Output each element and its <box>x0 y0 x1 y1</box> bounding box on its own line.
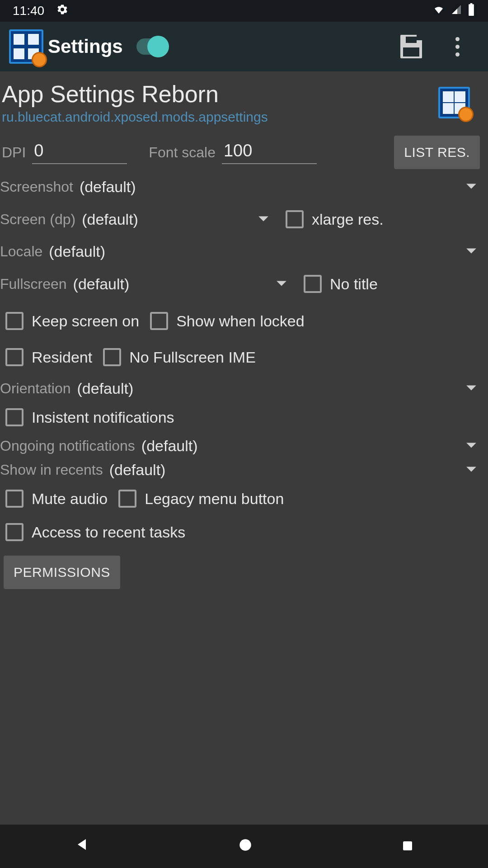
content: App Settings Reborn ru.bluecat.android.x… <box>0 71 488 825</box>
fullscreen-select[interactable]: Fullscreen (default) <box>0 273 298 296</box>
status-bar: 11:40 <box>0 0 488 22</box>
screen-dp-value: (default) <box>82 211 138 228</box>
chevron-down-icon <box>465 182 477 192</box>
app-bar: Settings <box>0 22 488 71</box>
package-name: ru.bluecat.android.xposed.mods.appsettin… <box>2 109 438 125</box>
screen-dp-select[interactable]: Screen (dp) (default) <box>0 208 280 231</box>
show-in-recents-select[interactable]: Show in recents (default) <box>0 459 488 481</box>
no-fullscreen-ime-checkbox[interactable]: No Fullscreen IME <box>98 342 256 373</box>
fullscreen-label: Fullscreen <box>0 276 67 292</box>
screen-dp-label: Screen (dp) <box>0 211 75 228</box>
screenshot-value: (default) <box>80 178 136 196</box>
chevron-down-icon <box>465 465 477 475</box>
master-toggle[interactable] <box>136 38 168 55</box>
battery-icon <box>467 3 475 19</box>
xlarge-res-checkbox[interactable]: xlarge res. <box>280 204 384 235</box>
resident-checkbox[interactable]: Resident <box>0 342 92 373</box>
chevron-down-icon <box>465 246 477 257</box>
ongoing-notifications-select[interactable]: Ongoing notifications (default) <box>0 433 488 459</box>
svg-rect-3 <box>403 841 412 850</box>
font-scale-label: Font scale <box>149 144 216 161</box>
checkbox-icon <box>304 275 322 293</box>
show-when-locked-checkbox[interactable]: Show when locked <box>145 306 305 336</box>
app-icon <box>9 29 43 64</box>
list-res-button[interactable]: LIST RES. <box>394 136 480 169</box>
chevron-down-icon <box>465 383 477 394</box>
locale-value: (default) <box>49 243 105 260</box>
appbar-title: Settings <box>48 36 123 57</box>
chevron-down-icon <box>465 441 477 451</box>
orientation-value: (default) <box>77 380 134 397</box>
overflow-menu-icon[interactable] <box>444 37 471 57</box>
no-title-checkbox[interactable]: No title <box>298 269 378 299</box>
app-name: App Settings Reborn <box>2 80 438 108</box>
locale-label: Locale <box>0 243 42 260</box>
mute-audio-checkbox[interactable]: Mute audio <box>0 483 108 514</box>
svg-point-2 <box>239 839 251 851</box>
font-scale-input[interactable] <box>222 141 317 164</box>
navigation-bar <box>0 825 488 868</box>
chevron-down-icon <box>258 214 269 225</box>
locale-select[interactable]: Locale (default) <box>0 238 488 265</box>
signal-icon <box>451 4 462 18</box>
svg-rect-0 <box>469 4 474 16</box>
legacy-menu-checkbox[interactable]: Legacy menu button <box>113 483 284 514</box>
recents-label: Show in recents <box>0 462 103 478</box>
ongoing-label: Ongoing notifications <box>0 438 135 454</box>
svg-rect-1 <box>470 3 473 5</box>
insistent-notifications-checkbox[interactable]: Insistent notifications <box>0 402 488 433</box>
orientation-label: Orientation <box>0 380 71 397</box>
keep-screen-on-checkbox[interactable]: Keep screen on <box>0 306 139 336</box>
clock: 11:40 <box>13 4 44 18</box>
wifi-icon <box>432 4 446 18</box>
permissions-button[interactable]: PERMISSIONS <box>4 556 120 589</box>
nav-recents-icon[interactable] <box>401 835 414 857</box>
access-recent-tasks-checkbox[interactable]: Access to recent tasks <box>0 517 488 547</box>
app-header: App Settings Reborn ru.bluecat.android.x… <box>0 76 488 129</box>
chevron-down-icon <box>276 279 287 289</box>
recents-value: (default) <box>109 461 166 479</box>
save-icon[interactable] <box>400 35 427 58</box>
nav-home-icon[interactable] <box>238 835 253 857</box>
checkbox-icon <box>286 210 304 228</box>
target-app-icon <box>438 87 470 118</box>
screenshot-label: Screenshot <box>0 179 73 195</box>
gear-icon <box>56 3 69 19</box>
ongoing-value: (default) <box>141 437 198 455</box>
screenshot-select[interactable]: Screenshot (default) <box>0 174 488 200</box>
fullscreen-value: (default) <box>73 275 130 293</box>
dpi-input[interactable] <box>32 141 127 164</box>
orientation-select[interactable]: Orientation (default) <box>0 375 488 402</box>
nav-back-icon[interactable] <box>74 835 90 857</box>
dpi-label: DPI <box>2 144 26 161</box>
